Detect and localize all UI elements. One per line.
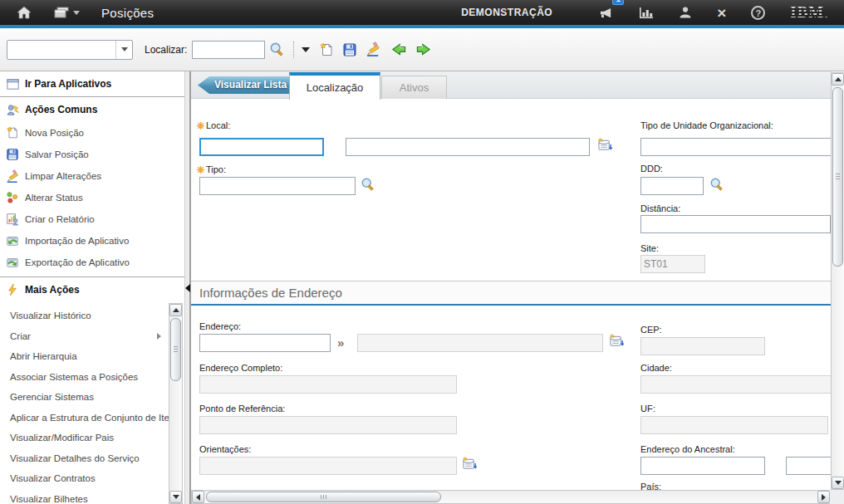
scroll-up-button[interactable] — [169, 304, 182, 316]
notification-badge: 1 — [612, 0, 624, 5]
form-content: Local: Tipo: Tipo de Unidade Organizacio… — [191, 99, 832, 490]
next-record-button[interactable] — [411, 37, 437, 63]
orientacoes-long-description-button[interactable] — [462, 457, 478, 474]
local-input[interactable] — [199, 138, 324, 156]
tipo-label: Tipo: — [206, 164, 226, 174]
action-label: Limpar Alterações — [25, 171, 101, 181]
ddd-input[interactable] — [640, 177, 704, 195]
menu-item-label: Abrir Hierarquia — [10, 351, 77, 361]
menu-item-label: Visualizar Detalhes do Serviço — [10, 453, 140, 463]
more-action-view-tickets[interactable]: Visualizar Bilhetes — [0, 489, 168, 504]
distancia-input[interactable] — [640, 215, 831, 233]
action-create-report[interactable]: Criar o Relatório — [0, 208, 190, 230]
search-button[interactable] — [265, 37, 289, 63]
action-change-status[interactable]: Alterar Status — [0, 187, 190, 208]
logout-close-icon[interactable]: × — [717, 0, 726, 25]
action-label: Alterar Status — [25, 193, 83, 203]
scrollbar-thumb[interactable] — [170, 318, 181, 381]
more-action-associate-systems[interactable]: Associar Sistemas a Posições — [0, 367, 168, 388]
action-label: Criar o Relatório — [25, 214, 95, 224]
submenu-arrow-icon — [157, 333, 161, 340]
sidebar-go-to-applications[interactable]: Ir Para Aplicativos — [0, 71, 190, 96]
address-section-title: Informações de Endereço — [199, 286, 342, 300]
more-actions-title: Mais Ações — [25, 284, 80, 296]
profile-button[interactable] — [679, 0, 692, 25]
tipo-input[interactable] — [199, 177, 356, 195]
magnifier-icon — [709, 177, 724, 192]
endereco-ancestral-input-2[interactable] — [786, 457, 832, 475]
page-title: Posições — [101, 6, 154, 20]
cidade-input — [640, 375, 832, 394]
more-action-manage-systems[interactable]: Gerenciar Sistemas — [0, 387, 168, 408]
action-clear-changes[interactable]: Limpar Alterações — [0, 165, 190, 187]
local-long-description-button[interactable] — [597, 138, 613, 155]
app-switcher-icon[interactable] — [50, 0, 83, 25]
action-label: Salvar Posição — [25, 149, 89, 159]
announcements-button[interactable]: 1 — [598, 0, 614, 25]
scrollbar-thumb[interactable] — [206, 492, 441, 502]
tab-ativos[interactable]: Ativos — [381, 76, 447, 99]
help-button[interactable]: ? — [751, 0, 765, 25]
sidebar-splitter[interactable] — [184, 71, 190, 504]
common-actions-title: Ações Comuns — [25, 104, 97, 115]
toolbar: Localizar: — [0, 28, 844, 71]
tab-localizacao[interactable]: Localização — [289, 72, 380, 100]
view-list-button[interactable]: Visualizar Lista — [198, 76, 295, 94]
save-icon — [0, 148, 25, 161]
query-dropdown-button[interactable] — [115, 41, 132, 59]
main-vertical-scrollbar[interactable] — [831, 72, 844, 490]
scroll-right-button[interactable] — [817, 491, 830, 503]
scroll-down-button[interactable] — [169, 491, 182, 503]
action-new-position[interactable]: Nova Posição — [0, 122, 190, 144]
ddd-select-value-button[interactable] — [709, 177, 724, 195]
help-icon: ? — [751, 6, 765, 20]
sidebar-scrollbar[interactable] — [169, 303, 183, 504]
endereco-completo-input — [199, 375, 457, 394]
clear-changes-button[interactable] — [361, 37, 385, 63]
pencil-eraser-icon — [0, 169, 25, 183]
menu-item-label: Visualizar Bilhetes — [10, 494, 88, 504]
main-horizontal-scrollbar[interactable] — [191, 490, 831, 504]
search-options-caret[interactable] — [302, 47, 310, 52]
scroll-left-button[interactable] — [192, 491, 204, 503]
scroll-up-button[interactable] — [832, 73, 844, 86]
more-action-create[interactable]: Criar — [0, 326, 168, 347]
sidebar-more-actions-header[interactable]: Mais Ações — [0, 277, 190, 302]
more-action-open-hierarchy[interactable]: Abrir Hierarquia — [0, 346, 168, 367]
arrow-left-icon — [390, 42, 407, 57]
action-save-position[interactable]: Salvar Posição — [0, 144, 190, 165]
endereco-ancestral-input[interactable] — [640, 457, 765, 475]
menu-item-label: Associar Sistemas a Posições — [10, 372, 138, 382]
find-input[interactable] — [192, 41, 265, 59]
org-unit-input[interactable] — [640, 138, 832, 156]
previous-record-button[interactable] — [385, 37, 411, 63]
local-label-row: Local: — [197, 120, 230, 130]
more-action-view-contracts[interactable]: Visualizar Contratos — [0, 468, 168, 489]
long-description-icon — [462, 457, 478, 471]
save-button[interactable] — [338, 37, 361, 63]
more-action-view-service-details[interactable]: Visualizar Detalhes do Serviço — [0, 448, 168, 469]
new-record-button[interactable] — [315, 37, 338, 63]
local-description-input[interactable] — [346, 138, 590, 156]
scroll-down-button[interactable] — [832, 477, 844, 489]
more-action-view-modify-parents[interactable]: Visualizar/Modificar Pais — [0, 428, 168, 448]
import-icon — [0, 234, 25, 247]
endereco-detail-chevron-icon[interactable]: » — [337, 335, 344, 350]
endereco-label: Endereço: — [199, 321, 241, 331]
scrollbar-thumb[interactable] — [832, 87, 843, 267]
more-action-apply-item-set[interactable]: Aplicar a Estrutura de Conjunto de Itens — [0, 408, 168, 428]
endereco-input[interactable] — [199, 334, 331, 352]
action-label: Exportação de Aplicativo — [25, 257, 130, 267]
reports-button[interactable] — [639, 0, 654, 25]
sidebar-common-actions-header[interactable]: Ações Comuns — [0, 97, 190, 122]
endereco-long-description-button[interactable] — [609, 334, 625, 351]
endereco-description-input — [357, 334, 603, 352]
query-dropdown[interactable] — [7, 40, 133, 60]
action-application-export[interactable]: Exportação de Aplicativo — [0, 252, 190, 273]
distancia-label: Distância: — [640, 203, 680, 213]
tipo-select-value-button[interactable] — [361, 177, 375, 195]
home-icon[interactable] — [10, 0, 38, 25]
action-application-import[interactable]: Importação de Aplicativo — [0, 230, 190, 252]
more-action-view-history[interactable]: Visualizar Histórico — [0, 306, 168, 326]
go-to-label: Ir Para Aplicativos — [25, 78, 111, 90]
